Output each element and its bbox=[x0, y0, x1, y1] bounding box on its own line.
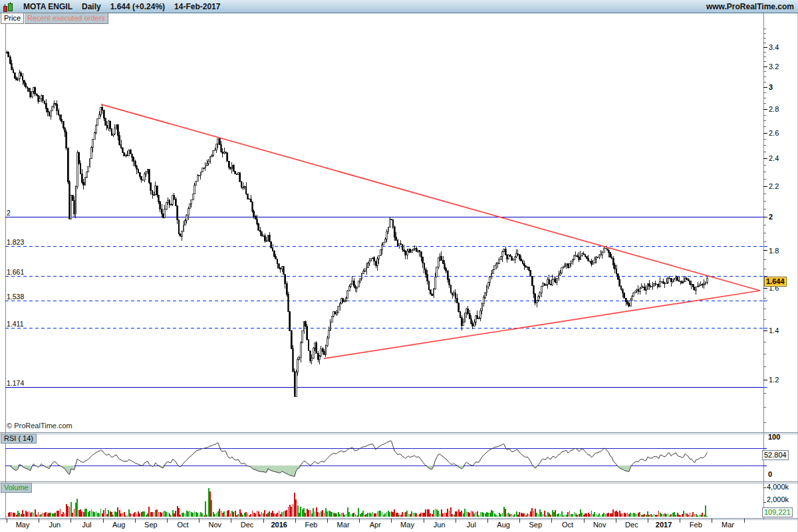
svg-text:Mar: Mar bbox=[337, 521, 350, 529]
price-axis: 1.21.41.61.822.22.42.62.833.23.4 bbox=[763, 29, 779, 422]
volume-axis-4000k: 4,000k bbox=[767, 483, 789, 491]
svg-text:1.174: 1.174 bbox=[7, 379, 24, 387]
timeframe-label: Daily bbox=[82, 2, 101, 11]
volume-series bbox=[7, 488, 708, 517]
svg-text:May: May bbox=[400, 521, 414, 529]
svg-text:Feb: Feb bbox=[690, 521, 702, 529]
price-chart-canvas[interactable]: 21.8231.6611.5381.4111.1741.21.41.61.822… bbox=[0, 0, 798, 532]
tab-price[interactable]: Price bbox=[1, 13, 24, 24]
svg-text:Mar: Mar bbox=[722, 521, 734, 529]
svg-text:Dec: Dec bbox=[241, 521, 254, 529]
svg-text:Aug: Aug bbox=[112, 521, 126, 529]
website-link[interactable]: www.ProRealTime.com bbox=[706, 2, 794, 11]
svg-text:2: 2 bbox=[7, 209, 11, 217]
svg-text:3.4: 3.4 bbox=[769, 43, 779, 51]
last-quote: 1.644 (+0.24%) bbox=[110, 2, 165, 11]
svg-text:Oct: Oct bbox=[178, 521, 189, 529]
svg-text:Nov: Nov bbox=[209, 521, 222, 529]
trendline-upper bbox=[101, 104, 760, 291]
last-price-badge: 1.644 bbox=[764, 277, 787, 287]
prorealtime-window: 21.8231.6611.5381.4111.1741.21.41.61.822… bbox=[0, 0, 798, 532]
svg-text:3.2: 3.2 bbox=[769, 63, 779, 70]
volume-axis-2000k: 2,000k bbox=[767, 495, 789, 503]
rsi-value-badge: 52.804 bbox=[762, 450, 789, 460]
svg-text:Feb: Feb bbox=[305, 521, 317, 529]
svg-text:Apr: Apr bbox=[370, 521, 381, 529]
svg-text:Dec: Dec bbox=[625, 521, 638, 529]
candlestick-icon bbox=[2, 1, 14, 12]
svg-text:2: 2 bbox=[769, 213, 773, 221]
svg-text:Aug: Aug bbox=[497, 521, 510, 529]
quote-date: 14-Feb-2017 bbox=[174, 2, 220, 11]
svg-text:2.2: 2.2 bbox=[769, 182, 779, 190]
rsi-axis-min: 0 bbox=[768, 470, 772, 478]
svg-text:Sep: Sep bbox=[529, 521, 543, 529]
volume-value-badge: 109,221 bbox=[762, 507, 793, 517]
rsi-indicator-label[interactable]: RSI ( 14) bbox=[1, 434, 37, 444]
rsi-axis-max: 100 bbox=[768, 433, 780, 441]
svg-text:2.8: 2.8 bbox=[769, 105, 779, 113]
svg-text:1.538: 1.538 bbox=[7, 293, 24, 301]
rsi-panel bbox=[5, 441, 767, 477]
svg-text:Oct: Oct bbox=[562, 521, 573, 529]
volume-indicator-label[interactable]: Volume bbox=[1, 483, 32, 493]
svg-text:2017: 2017 bbox=[656, 521, 672, 529]
svg-text:1.2: 1.2 bbox=[769, 376, 779, 384]
svg-text:1.411: 1.411 bbox=[7, 320, 24, 328]
tab-recent-executed-orders[interactable]: Recent executed orders bbox=[25, 13, 108, 24]
chart-frame bbox=[0, 0, 798, 532]
svg-text:Jun: Jun bbox=[434, 521, 446, 529]
svg-text:Nov: Nov bbox=[593, 521, 606, 529]
svg-text:Jul: Jul bbox=[82, 521, 91, 529]
chart-tabs: Price Recent executed orders bbox=[1, 13, 108, 24]
titlebar: MOTA ENGIL Daily 1.644 (+0.24%) 14-Feb-2… bbox=[0, 0, 798, 13]
svg-text:Jul: Jul bbox=[467, 521, 476, 529]
svg-text:3: 3 bbox=[769, 83, 773, 91]
rsi-line bbox=[10, 441, 707, 477]
svg-text:Jun: Jun bbox=[49, 521, 61, 529]
svg-text:2.4: 2.4 bbox=[769, 154, 779, 162]
svg-text:Sep: Sep bbox=[144, 521, 158, 529]
svg-text:1.823: 1.823 bbox=[7, 238, 24, 246]
svg-text:2016: 2016 bbox=[271, 521, 287, 529]
copyright-note: © ProRealTime.com bbox=[7, 422, 72, 430]
svg-text:1.8: 1.8 bbox=[769, 247, 779, 255]
svg-text:May: May bbox=[16, 521, 30, 529]
svg-text:2.6: 2.6 bbox=[769, 129, 779, 137]
candlestick-series bbox=[7, 51, 708, 397]
svg-text:1.661: 1.661 bbox=[7, 268, 24, 276]
svg-text:1.4: 1.4 bbox=[769, 327, 779, 334]
instrument-name: MOTA ENGIL bbox=[23, 2, 72, 11]
